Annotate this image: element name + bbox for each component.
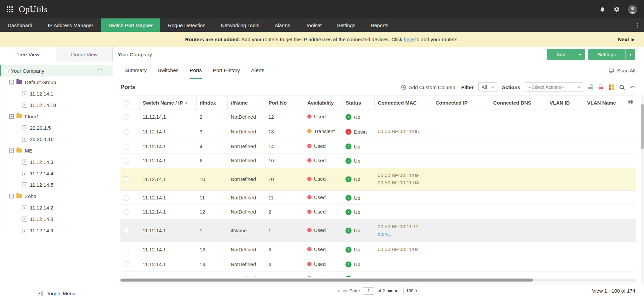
row-checkbox[interactable]	[124, 247, 129, 252]
user-avatar[interactable]	[628, 5, 637, 14]
tree-item-11-12-14-2[interactable]: s11.12.14.2	[18, 202, 113, 213]
cell-switch-name: 11.12.14.1	[139, 242, 196, 257]
tab-donut-view[interactable]: Donut View	[56, 47, 113, 62]
collapse-icon[interactable]: −	[9, 114, 14, 119]
banner-here-link[interactable]: here	[404, 37, 414, 42]
switch-icon: s	[22, 103, 27, 108]
search-icon[interactable]	[619, 84, 625, 91]
vertical-scrollbar[interactable]	[641, 95, 644, 283]
tree-item-11-12-14-4[interactable]: s11.12.14.4	[18, 168, 113, 179]
ports-header-row: Switch Name / IP▲▼ifIndexifNamePort NoAv…	[120, 96, 636, 110]
row-checkbox[interactable]	[124, 228, 129, 233]
more-link[interactable]: more...	[378, 231, 393, 237]
expand-all-control[interactable]: [+]	[98, 68, 103, 73]
tree-item-11-12-14-9[interactable]: s11.12.14.9	[18, 225, 113, 236]
column-header-connected-ip: Connected IP	[432, 96, 490, 110]
refresh-icon[interactable]	[630, 84, 636, 90]
tree-group-row-me[interactable]: −ME	[6, 145, 113, 156]
cell-end	[624, 168, 636, 190]
availability-dot	[307, 177, 312, 181]
export-pdf-icon[interactable]: PDF	[598, 84, 604, 91]
tree-group-row-floor1[interactable]: −Floor1	[6, 111, 113, 122]
add-button[interactable]: Add ▾	[547, 49, 585, 60]
switch-icon: s	[22, 171, 27, 176]
page-size-select[interactable]: 100 ▾	[404, 287, 420, 295]
cell-status: ↑Up	[342, 219, 374, 242]
notification-bell-icon[interactable]	[599, 6, 605, 12]
column-chooser-icon[interactable]	[609, 84, 614, 90]
column-header-switch-name-ip[interactable]: Switch Name / IP▲▼	[139, 96, 196, 110]
topbar-actions	[599, 5, 637, 14]
nav-item-ip-address-manager[interactable]: IP Address Manager	[40, 18, 101, 32]
tree-item-11-12-14-3[interactable]: s11.12.14.3	[18, 156, 113, 168]
horizontal-scrollbar-thumb[interactable]	[120, 279, 533, 282]
nav-item-switch-port-mapper[interactable]: Switch Port Mapper	[101, 18, 160, 32]
tab-port-history[interactable]: Port History	[213, 62, 240, 79]
export-csv-icon[interactable]: CSV	[588, 84, 594, 91]
row-checkbox[interactable]	[124, 261, 129, 267]
scan-all-button[interactable]: Scan All	[608, 62, 635, 79]
availability-dot	[307, 209, 312, 214]
row-checkbox[interactable]	[124, 195, 129, 201]
select-all-checkbox[interactable]	[124, 100, 129, 106]
tree-item-11-12-14-10[interactable]: s11.12.14.10	[18, 99, 113, 111]
apps-grid-icon[interactable]	[7, 6, 13, 12]
first-page-button[interactable]: |◀	[336, 289, 339, 293]
collapse-icon[interactable]: −	[9, 194, 14, 198]
tree-item-11-12-14-8[interactable]: s11.12.14.8	[18, 213, 113, 225]
table-row: 11.12.14.114NotDefined4Used↑Up	[120, 257, 636, 272]
horizontal-scrollbar[interactable]	[120, 279, 636, 282]
collapse-icon[interactable]: −	[9, 148, 14, 153]
tree-group-row-zoho[interactable]: −Zoho	[6, 190, 113, 202]
tab-ports[interactable]: Ports	[190, 62, 202, 79]
tab-summary[interactable]: Summary	[124, 62, 147, 79]
nav-overflow-icon[interactable]: ⋮	[634, 18, 640, 32]
cell-availability: Transient	[304, 124, 342, 139]
admin-gear-icon[interactable]	[613, 6, 620, 12]
tree-item-your-company[interactable]: − Your Company [+] -	[0, 65, 113, 76]
tree-item-11-12-14-1[interactable]: s11.12.14.1	[18, 88, 113, 99]
row-checkbox[interactable]	[124, 176, 129, 182]
toggle-menu-button[interactable]: Toggle Menu	[0, 290, 113, 297]
tab-tree-view[interactable]: Tree View	[0, 47, 56, 62]
nav-item-reports[interactable]: Reports	[363, 18, 396, 32]
nav-item-rogue-detection[interactable]: Rogue Detection	[160, 18, 213, 32]
nav-item-settings[interactable]: Settings	[329, 18, 363, 32]
vertical-scrollbar-thumb[interactable]	[641, 104, 644, 149]
settings-dropdown-caret-icon[interactable]: ▾	[625, 49, 635, 60]
tab-alerts[interactable]: Alerts	[251, 62, 265, 79]
tree-item-20-20-1-5[interactable]: s20.20.1.5	[18, 122, 113, 133]
sort-icon[interactable]: ▲▼	[185, 102, 187, 105]
switch-icon: s	[22, 217, 27, 222]
prev-page-button[interactable]: ◀◀	[342, 289, 346, 293]
tree-item-11-12-14-5[interactable]: s11.12.14.5	[18, 179, 113, 190]
cell-switch-name: 11.12.14.1	[139, 168, 196, 190]
page-number-input[interactable]	[363, 287, 374, 295]
row-checkbox[interactable]	[124, 114, 129, 120]
tab-switches[interactable]: Switches	[158, 62, 178, 79]
actions-dropdown[interactable]: --Select Actions-- ▾	[525, 82, 583, 92]
row-checkbox[interactable]	[124, 144, 129, 149]
banner-next-button[interactable]: Next ▶	[618, 37, 635, 43]
collapse-all-control[interactable]: -	[107, 68, 108, 73]
last-page-button[interactable]: ▶|	[395, 289, 398, 293]
add-custom-column-button[interactable]: Add Custom Column	[401, 84, 455, 90]
row-checkbox[interactable]	[124, 129, 129, 135]
tree-item-20-20-1-10[interactable]: s20.20.1.10	[18, 133, 113, 145]
next-page-button[interactable]: ▶▶	[388, 289, 392, 293]
cell-status: ↑Up	[342, 190, 374, 205]
nav-item-networking-tools[interactable]: Networking Tools	[213, 18, 267, 32]
nav-item-alarms[interactable]: Alarms	[267, 18, 298, 32]
row-checkbox[interactable]	[124, 209, 129, 215]
tree-group-row-default-group[interactable]: −Default Group	[6, 76, 113, 88]
row-checkbox[interactable]	[124, 158, 129, 164]
add-dropdown-caret-icon[interactable]: ▾	[575, 49, 585, 60]
nav-item-dashboard[interactable]: Dashboard	[0, 18, 40, 32]
column-settings-header[interactable]	[624, 96, 636, 110]
collapse-icon[interactable]: −	[9, 80, 14, 84]
row-checkbox[interactable]	[124, 276, 129, 277]
collapse-icon[interactable]: −	[4, 69, 8, 73]
settings-button[interactable]: Settings ▾	[588, 49, 635, 60]
nav-item-toolset[interactable]: Toolset	[298, 18, 329, 32]
filter-dropdown[interactable]: All ▾	[478, 82, 497, 92]
